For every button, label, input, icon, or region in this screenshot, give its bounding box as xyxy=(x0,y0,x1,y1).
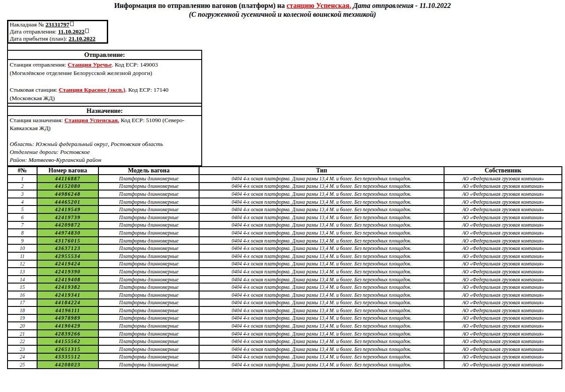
wagon-model-cell: Платформы длинномерные xyxy=(98,268,199,276)
junction-station-note: (Московская ЖД) xyxy=(10,94,200,102)
owner-cell: АО «Федеральная грузовая компания» xyxy=(444,244,562,252)
table-row: 1744184224Платформы длинномерные0404 4-х… xyxy=(8,299,562,307)
row-index-cell: 5 xyxy=(8,205,37,213)
title-station-link[interactable]: станцию Успенская. xyxy=(286,2,351,9)
wagon-type-cell: 0404 4-х осная платформа. Длина рамы 13,… xyxy=(199,283,444,291)
wagon-number-cell: 44978989 xyxy=(37,314,98,322)
wagon-number-cell: 44155562 xyxy=(37,337,98,345)
title-departure-date: Дата отправления - 11.10.2022 xyxy=(351,2,451,9)
wagon-type-cell: 0404 4-х осная платформа. Длина рамы 13,… xyxy=(199,345,444,353)
destination-station-label: Станция назначения: xyxy=(10,117,64,123)
wagon-type-cell: 0404 4-х осная платформа. Длина рамы 13,… xyxy=(199,268,444,276)
wagon-number-cell: 42419390 xyxy=(37,268,98,276)
owner-cell: АО «Федеральная грузовая компания» xyxy=(444,190,562,198)
wagon-number-cell: 43335512 xyxy=(37,353,98,361)
row-index-cell: 2 xyxy=(8,183,37,190)
wagon-number-cell: 44184224 xyxy=(37,299,98,307)
wagon-number-cell: 44208023 xyxy=(37,361,98,369)
wagon-model-cell: Платформы длинномерные xyxy=(98,213,199,221)
junction-station-label: Стыковая станция: xyxy=(10,86,59,93)
table-row: 2342651315Платформы длинномерные0404 4-х… xyxy=(8,345,562,353)
wagon-model-cell: Платформы длинномерные xyxy=(98,183,199,190)
owner-cell: АО «Федеральная грузовая компания» xyxy=(444,361,562,369)
wagon-number-cell: 43176015 xyxy=(37,237,98,245)
wagon-model-cell: Платформы длинномерные xyxy=(98,175,199,183)
row-index-cell: 22 xyxy=(8,337,37,345)
wagon-type-cell: 0404 4-х осная платформа. Длина рамы 13,… xyxy=(199,306,444,314)
row-index-cell: 16 xyxy=(8,291,37,299)
row-index-cell: 4 xyxy=(8,198,37,206)
row-index-cell: 8 xyxy=(8,229,37,237)
waybill-number-label: Накладная № xyxy=(10,21,45,28)
owner-cell: АО «Федеральная грузовая компания» xyxy=(444,213,562,221)
wagon-number-cell: 42419424 xyxy=(37,260,98,268)
departure-date-value: 11.10.2022 xyxy=(58,28,84,35)
wagon-type-cell: 0404 4-х осная платформа. Длина рамы 13,… xyxy=(199,260,444,268)
destination-division: Отделение дороги: Ростовское xyxy=(10,148,200,156)
wagon-type-cell: 0404 4-х осная платформа. Длина рамы 13,… xyxy=(199,205,444,213)
wagon-table-body: 144116887Платформы длинномерные0404 4-х … xyxy=(8,175,562,369)
title-line-2: (С погруженной гусеничной и колесной вои… xyxy=(0,10,565,19)
departure-station-link[interactable]: Станция Уречье xyxy=(68,61,112,68)
wagon-number-cell: 44152080 xyxy=(37,183,98,190)
owner-cell: АО «Федеральная грузовая компания» xyxy=(444,268,562,276)
row-index-cell: 9 xyxy=(8,237,37,245)
junction-station-link[interactable]: Станция Красное (эксп.) xyxy=(59,86,125,93)
col-header-owner: Собственник xyxy=(444,167,562,175)
wagon-type-cell: 0404 4-х осная платформа. Длина рамы 13,… xyxy=(199,213,444,221)
wagon-table: #№ Номер вагона Модель вагона Тип Собств… xyxy=(7,166,562,369)
table-row: 244152080Платформы длинномерные0404 4-х … xyxy=(8,183,562,190)
owner-cell: АО «Федеральная грузовая компания» xyxy=(444,345,562,353)
owner-cell: АО «Федеральная грузовая компания» xyxy=(444,322,562,330)
wagon-type-cell: 0404 4-х осная платформа. Длина рамы 13,… xyxy=(199,337,444,345)
table-row: 744209872Платформы длинномерные0404 4-х … xyxy=(8,221,562,229)
table-row: 542419549Платформы длинномерные0404 4-х … xyxy=(8,205,562,213)
table-row: 642419739Платформы длинномерные0404 4-х … xyxy=(8,213,562,221)
owner-cell: АО «Федеральная грузовая компания» xyxy=(444,198,562,206)
wagon-type-cell: 0404 4-х осная платформа. Длина рамы 13,… xyxy=(199,314,444,322)
wagon-number-cell: 42651315 xyxy=(37,345,98,353)
row-index-cell: 13 xyxy=(8,268,37,276)
wagon-model-cell: Платформы длинномерные xyxy=(98,190,199,198)
missing-glyph-box-icon xyxy=(70,22,74,26)
destination-station-link[interactable]: Станция Успенская. xyxy=(64,117,119,123)
col-header-wagon-number: Номер вагона xyxy=(37,167,98,175)
wagon-model-cell: Платформы длинномерные xyxy=(98,252,199,260)
table-row: 1542419382Платформы длинномерные0404 4-х… xyxy=(8,283,562,291)
waybill-info-box: Накладная № 23131797 Дата отправления: 1… xyxy=(7,20,108,44)
wagon-number-cell: 44209872 xyxy=(37,221,98,229)
wagon-type-cell: 0404 4-х осная платформа. Длина рамы 13,… xyxy=(199,353,444,361)
owner-cell: АО «Федеральная грузовая компания» xyxy=(444,299,562,307)
table-row: 1442419408Платформы длинномерные0404 4-х… xyxy=(8,276,562,284)
table-row: 1242419424Платформы длинномерные0404 4-х… xyxy=(8,260,562,268)
wagon-model-cell: Платформы длинномерные xyxy=(98,244,199,252)
wagon-model-cell: Платформы длинномерные xyxy=(98,237,199,245)
header-row: #№ Номер вагона Модель вагона Тип Собств… xyxy=(8,167,562,175)
owner-cell: АО «Федеральная грузовая компания» xyxy=(444,260,562,268)
table-row: 2142839266Платформы длинномерные0404 4-х… xyxy=(8,330,562,338)
owner-cell: АО «Федеральная грузовая компания» xyxy=(444,314,562,322)
wagon-model-cell: Платформы длинномерные xyxy=(98,306,199,314)
missing-glyph-box-icon xyxy=(85,29,89,33)
wagon-model-cell: Платформы длинномерные xyxy=(98,276,199,284)
owner-cell: АО «Федеральная грузовая компания» xyxy=(444,276,562,284)
wagon-type-cell: 0404 4-х осная платформа. Длина рамы 13,… xyxy=(199,229,444,237)
row-index-cell: 17 xyxy=(8,299,37,307)
wagon-model-cell: Платформы длинномерные xyxy=(98,205,199,213)
col-header-index: #№ xyxy=(8,167,37,175)
owner-cell: АО «Федеральная грузовая компания» xyxy=(444,283,562,291)
departure-station-label: Станция отправления: xyxy=(10,61,68,68)
row-index-cell: 23 xyxy=(8,345,37,353)
destination-section-content: Станция назначения: Станция Успенская. К… xyxy=(8,116,201,164)
wagon-model-cell: Платформы длинномерные xyxy=(98,337,199,345)
row-index-cell: 1 xyxy=(8,175,37,183)
table-row: 844974830Платформы длинномерные0404 4-х … xyxy=(8,229,562,237)
junction-station-line: Стыковая станция: Станция Красное (эксп.… xyxy=(10,86,200,94)
owner-cell: АО «Федеральная грузовая компания» xyxy=(444,291,562,299)
table-row: 444465201Платформы длинномерные0404 4-х … xyxy=(8,198,562,206)
wagon-type-cell: 0404 4-х осная платформа. Длина рамы 13,… xyxy=(199,361,444,369)
wagon-number-cell: 44986248 xyxy=(37,190,98,198)
row-index-cell: 10 xyxy=(8,244,37,252)
title-prefix: Информация по отправлению вагонов (платф… xyxy=(114,2,287,9)
wagon-model-cell: Платформы длинномерные xyxy=(98,260,199,268)
